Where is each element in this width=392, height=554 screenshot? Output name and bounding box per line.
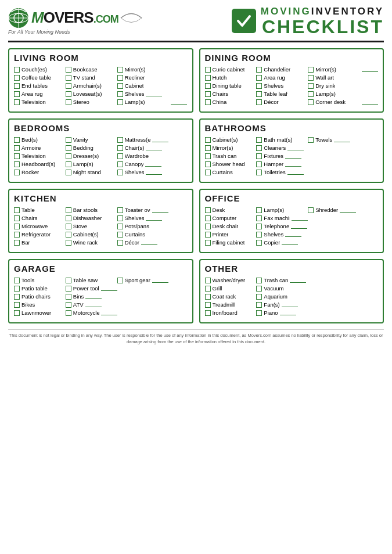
- write-line[interactable]: [146, 92, 162, 96]
- checkbox[interactable]: [117, 224, 123, 229]
- checkbox[interactable]: [117, 99, 123, 105]
- checkbox[interactable]: [14, 75, 20, 81]
- checkbox[interactable]: [66, 145, 71, 151]
- checkbox[interactable]: [14, 207, 20, 213]
- write-line[interactable]: [171, 100, 187, 105]
- checkbox[interactable]: [256, 83, 262, 89]
- checkbox[interactable]: [308, 75, 314, 81]
- write-line[interactable]: [152, 138, 168, 142]
- checkbox[interactable]: [256, 310, 262, 316]
- checkbox[interactable]: [256, 240, 262, 246]
- write-line[interactable]: [85, 294, 102, 299]
- checkbox[interactable]: [308, 83, 314, 89]
- checkbox[interactable]: [66, 294, 71, 300]
- checkbox[interactable]: [205, 310, 211, 316]
- checkbox[interactable]: [14, 240, 20, 246]
- checkbox[interactable]: [14, 67, 20, 73]
- checkbox[interactable]: [66, 137, 71, 143]
- checkbox[interactable]: [256, 91, 262, 97]
- checkbox[interactable]: [205, 137, 211, 143]
- checkbox[interactable]: [14, 286, 20, 292]
- checkbox[interactable]: [205, 215, 211, 221]
- checkbox[interactable]: [14, 91, 20, 97]
- checkbox[interactable]: [14, 232, 20, 238]
- checkbox[interactable]: [205, 75, 211, 81]
- checkbox[interactable]: [308, 91, 314, 97]
- checkbox[interactable]: [14, 145, 20, 151]
- checkbox[interactable]: [66, 232, 71, 238]
- write-line[interactable]: [290, 278, 306, 283]
- checkbox[interactable]: [205, 302, 211, 308]
- checkbox[interactable]: [205, 161, 211, 167]
- checkbox[interactable]: [308, 67, 314, 73]
- checkbox[interactable]: [117, 215, 123, 221]
- checkbox[interactable]: [256, 294, 262, 300]
- checkbox[interactable]: [256, 215, 262, 221]
- checkbox[interactable]: [256, 67, 262, 73]
- checkbox[interactable]: [205, 232, 211, 238]
- checkbox[interactable]: [117, 67, 123, 73]
- checkbox[interactable]: [117, 145, 123, 151]
- checkbox[interactable]: [117, 91, 123, 97]
- checkbox[interactable]: [256, 302, 262, 308]
- write-line[interactable]: [145, 162, 161, 167]
- checkbox[interactable]: [308, 137, 314, 143]
- checkbox[interactable]: [256, 278, 262, 283]
- checkbox[interactable]: [205, 153, 211, 159]
- checkbox[interactable]: [205, 278, 211, 283]
- write-line[interactable]: [340, 208, 356, 213]
- write-line[interactable]: [362, 67, 378, 72]
- checkbox[interactable]: [205, 207, 211, 213]
- checkbox[interactable]: [66, 302, 71, 308]
- checkbox[interactable]: [117, 83, 123, 89]
- checkbox[interactable]: [117, 137, 123, 143]
- write-line[interactable]: [146, 146, 162, 150]
- checkbox[interactable]: [205, 224, 211, 229]
- checkbox[interactable]: [66, 286, 71, 292]
- write-line[interactable]: [291, 224, 307, 229]
- write-line[interactable]: [146, 216, 162, 221]
- checkbox[interactable]: [205, 286, 211, 292]
- checkbox[interactable]: [14, 224, 20, 229]
- checkbox[interactable]: [117, 278, 123, 283]
- checkbox[interactable]: [14, 170, 20, 175]
- checkbox[interactable]: [66, 67, 71, 73]
- checkbox[interactable]: [66, 207, 71, 213]
- checkbox[interactable]: [14, 278, 20, 283]
- checkbox[interactable]: [66, 99, 71, 105]
- checkbox[interactable]: [205, 67, 211, 73]
- checkbox[interactable]: [256, 99, 262, 105]
- write-line[interactable]: [141, 240, 157, 245]
- write-line[interactable]: [146, 170, 162, 175]
- checkbox[interactable]: [308, 99, 314, 105]
- write-line[interactable]: [152, 278, 168, 283]
- checkbox[interactable]: [66, 75, 71, 81]
- checkbox[interactable]: [66, 161, 71, 167]
- checkbox[interactable]: [14, 153, 20, 159]
- checkbox[interactable]: [66, 83, 71, 89]
- checkbox[interactable]: [256, 137, 262, 143]
- checkbox[interactable]: [256, 170, 262, 175]
- checkbox[interactable]: [14, 294, 20, 300]
- checkbox[interactable]: [205, 83, 211, 89]
- checkbox[interactable]: [117, 153, 123, 159]
- write-line[interactable]: [285, 154, 301, 159]
- write-line[interactable]: [287, 146, 304, 150]
- checkbox[interactable]: [117, 161, 123, 167]
- checkbox[interactable]: [205, 145, 211, 151]
- checkbox[interactable]: [205, 240, 211, 246]
- checkbox[interactable]: [256, 232, 262, 238]
- checkbox[interactable]: [14, 215, 20, 221]
- checkbox[interactable]: [256, 145, 262, 151]
- write-line[interactable]: [292, 216, 308, 221]
- checkbox[interactable]: [66, 278, 71, 283]
- write-line[interactable]: [362, 100, 378, 105]
- write-line[interactable]: [282, 303, 298, 307]
- write-line[interactable]: [85, 303, 102, 307]
- checkbox[interactable]: [14, 302, 20, 308]
- write-line[interactable]: [101, 286, 117, 291]
- checkbox[interactable]: [117, 207, 123, 213]
- checkbox[interactable]: [66, 240, 71, 246]
- checkbox[interactable]: [256, 153, 262, 159]
- write-line[interactable]: [334, 138, 350, 142]
